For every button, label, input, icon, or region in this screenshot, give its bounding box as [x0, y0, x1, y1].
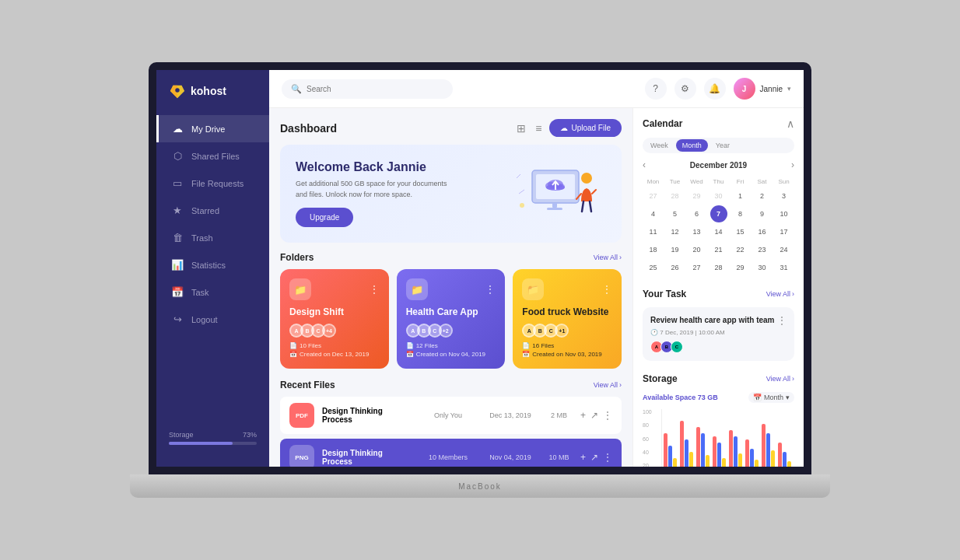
bar-group [778, 443, 793, 467]
folders-view-all[interactable]: View All › [594, 254, 622, 261]
cal-day-today[interactable]: 7 [710, 205, 727, 222]
folders-title: Folders [280, 252, 314, 263]
folder-card-design-shift[interactable]: 📁 ⋮ Design Shift A B C +4 [280, 269, 389, 369]
calendar-next-button[interactable]: › [791, 159, 794, 170]
svg-line-18 [519, 190, 524, 194]
cal-day[interactable]: 28 [667, 187, 684, 205]
cal-day[interactable]: 10 [776, 205, 793, 222]
bar [778, 443, 782, 467]
cal-day[interactable]: 26 [667, 259, 684, 276]
cal-day[interactable]: 20 [688, 241, 706, 258]
sidebar-item-task[interactable]: 📅 Task [156, 278, 269, 306]
calendar-collapse-button[interactable]: ∧ [787, 117, 794, 130]
storage-filter[interactable]: 📅 Month ▾ [748, 392, 794, 403]
settings-button[interactable]: ⚙ [674, 78, 696, 100]
cal-day-header-fri: Fri [730, 177, 751, 187]
sidebar-item-trash[interactable]: 🗑 Trash [156, 224, 269, 251]
cal-day[interactable]: 8 [732, 205, 749, 222]
logo-text: kohost [191, 85, 226, 97]
cal-day-header-wed: Wed [686, 177, 707, 187]
folders-section-header: Folders View All › [280, 252, 622, 263]
more-file-button[interactable]: ⋮ [603, 410, 612, 421]
cal-day[interactable]: 19 [667, 241, 684, 258]
cal-day[interactable]: 25 [645, 259, 662, 276]
tab-year[interactable]: Year [709, 139, 736, 152]
cal-day[interactable]: 17 [776, 223, 793, 240]
cal-day[interactable]: 5 [667, 205, 684, 222]
cal-day[interactable]: 18 [645, 241, 662, 258]
cal-day[interactable]: 23 [754, 241, 771, 258]
tab-month[interactable]: Month [676, 139, 708, 152]
cal-day[interactable]: 3 [776, 187, 793, 205]
folder-name: Design Shift [289, 306, 380, 317]
calendar-title: Calendar [643, 118, 682, 129]
cal-day[interactable]: 12 [667, 223, 684, 240]
sidebar-item-shared-files[interactable]: ⬡ Shared Files [156, 142, 269, 170]
cal-day[interactable]: 30 [754, 259, 771, 276]
cal-day[interactable]: 11 [645, 223, 662, 240]
calendar-prev-button[interactable]: ‹ [643, 159, 646, 170]
cal-day[interactable]: 4 [645, 205, 662, 222]
cal-day[interactable]: 29 [688, 187, 706, 205]
sidebar-item-statistics[interactable]: 📊 Statistics [156, 251, 269, 278]
share-file-button[interactable]: ↗ [590, 410, 598, 421]
recent-files-view-all[interactable]: View All › [594, 381, 622, 389]
storage-view-all[interactable]: View All › [766, 375, 794, 383]
svg-point-12 [581, 173, 592, 184]
cal-day[interactable]: 28 [710, 259, 727, 276]
cal-day[interactable]: 2 [754, 187, 771, 205]
folder-menu-icon[interactable]: ⋮ [369, 283, 380, 296]
list-view-button[interactable]: ≡ [534, 121, 543, 136]
task-more-button[interactable]: ⋮ [777, 315, 787, 326]
banner-art-svg [513, 159, 606, 229]
grid-view-button[interactable]: ⊞ [515, 121, 527, 136]
cal-day[interactable]: 9 [754, 205, 771, 222]
cal-day[interactable]: 22 [732, 241, 749, 258]
folder-menu-icon[interactable]: ⋮ [601, 283, 612, 296]
add-file-button[interactable]: + [580, 410, 586, 421]
sidebar-item-my-drive[interactable]: ☁ My Drive [156, 115, 269, 142]
cal-day[interactable]: 1 [732, 187, 749, 205]
help-button[interactable]: ? [645, 78, 667, 100]
cal-day[interactable]: 24 [776, 241, 793, 258]
user-menu[interactable]: J Jannie ▾ [734, 78, 791, 100]
more-file-button[interactable]: ⋮ [603, 452, 612, 463]
search-box[interactable]: 🔍 [282, 79, 453, 99]
upload-button[interactable]: ☁ Upload File [549, 119, 622, 137]
chevron-down-small-icon: ▾ [786, 394, 790, 401]
folder-top: 📁 ⋮ [522, 278, 612, 300]
cal-day[interactable]: 16 [754, 223, 771, 240]
cal-day[interactable]: 27 [645, 187, 662, 205]
sidebar-item-logout[interactable]: ↪ Logout [156, 306, 269, 333]
share-file-button[interactable]: ↗ [590, 452, 598, 463]
cal-day[interactable]: 21 [710, 241, 727, 258]
avatar: J [734, 78, 755, 100]
folder-menu-icon[interactable]: ⋮ [485, 283, 496, 296]
folder-card-healthcare[interactable]: 📁 ⋮ Health Care App A B C +2 [397, 269, 506, 369]
tab-week[interactable]: Week [644, 139, 674, 152]
folders-grid: 📁 ⋮ Design Shift A B C +4 [280, 269, 622, 369]
chart-container: 100 80 60 40 20 JanFebMarAprMayJunJulAug [643, 409, 794, 467]
tasks-view-all[interactable]: View All › [766, 290, 794, 298]
bar [680, 421, 684, 467]
cal-day[interactable]: 30 [710, 187, 727, 205]
folder-card-foodtruck[interactable]: 📁 ⋮ Food truck Website A B C +1 [513, 269, 622, 369]
cal-day[interactable]: 29 [732, 259, 749, 276]
sidebar-item-file-requests[interactable]: ▭ File Requests [156, 170, 269, 197]
cal-day[interactable]: 14 [710, 223, 727, 240]
cal-day[interactable]: 13 [688, 223, 706, 240]
add-file-button[interactable]: + [580, 452, 586, 463]
storage-indicator: Storage 73% [156, 422, 269, 454]
cal-day[interactable]: 6 [688, 205, 706, 222]
cal-day[interactable]: 31 [776, 259, 793, 276]
cal-day[interactable]: 15 [732, 223, 749, 240]
search-input[interactable] [307, 85, 443, 93]
help-icon: ? [653, 83, 658, 94]
sidebar-item-starred[interactable]: ★ Starred [156, 197, 269, 224]
welcome-body: Get additional 500 GB space for your doc… [296, 179, 451, 200]
upgrade-button[interactable]: Upgrade [296, 208, 353, 227]
notifications-button[interactable]: 🔔 [704, 78, 726, 100]
bar [713, 436, 716, 467]
cal-day[interactable]: 27 [688, 259, 706, 276]
folder-avatar-count: +4 [322, 324, 336, 338]
